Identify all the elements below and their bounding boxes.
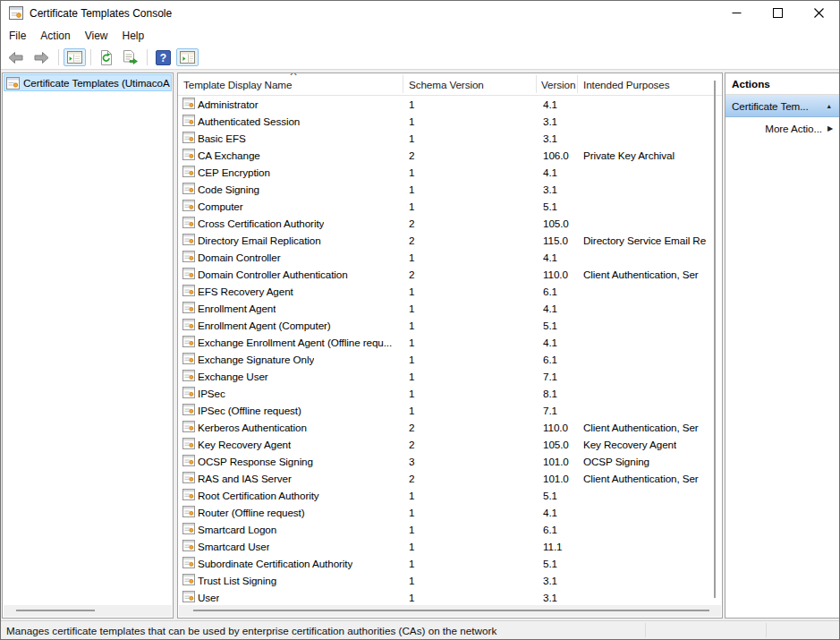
window-controls [716, 1, 839, 25]
template-row[interactable]: RAS and IAS Server 2 101.0 Client Authen… [178, 470, 722, 487]
cell-template-display-name: Subordinate Certification Authority [198, 558, 352, 569]
column-divider[interactable] [577, 75, 578, 93]
template-row[interactable]: EFS Recovery Agent 1 6.1 [178, 283, 722, 300]
cell-template-display-name: Enrollment Agent [198, 303, 276, 314]
cell-schema-version: 1 [409, 183, 414, 195]
template-row[interactable]: Trust List Signing 1 3.1 [178, 572, 722, 589]
tree-horizontal-scrollbar[interactable] [4, 605, 172, 617]
cell-template-display-name: EFS Recovery Agent [198, 286, 293, 297]
console-window-icon [9, 6, 23, 20]
template-row[interactable]: User 1 3.1 [178, 589, 722, 606]
list-vertical-scrollbar[interactable] [714, 81, 716, 598]
template-row[interactable]: Basic EFS 1 3.1 [178, 130, 722, 147]
back-button[interactable] [4, 47, 28, 68]
menu-help[interactable]: Help [115, 27, 152, 45]
certificate-template-icon [182, 115, 195, 126]
template-row[interactable]: Enrollment Agent (Computer) 1 5.1 [178, 317, 722, 334]
cell-schema-version: 1 [409, 132, 414, 144]
help-button[interactable]: ? [152, 47, 174, 68]
template-row[interactable]: CA Exchange 2 106.0 Private Key Archival [178, 147, 722, 164]
template-row[interactable]: Smartcard Logon 1 6.1 [178, 521, 722, 538]
forward-button[interactable] [30, 47, 54, 68]
template-row[interactable]: Root Certification Authority 1 5.1 [178, 487, 722, 504]
maximize-button[interactable] [757, 1, 798, 25]
cell-template-display-name: IPSec (Offline request) [198, 405, 301, 416]
certificate-template-icon [182, 217, 195, 228]
template-row[interactable]: Cross Certification Authority 2 105.0 [178, 215, 722, 232]
refresh-button[interactable] [96, 47, 117, 68]
cell-schema-version: 3 [409, 456, 414, 467]
scrollbar-thumb[interactable] [16, 610, 95, 611]
certificate-template-icon [182, 455, 195, 466]
template-row[interactable]: Administrator 1 4.1 [178, 96, 722, 113]
column-header-intended-purposes[interactable]: Intended Purposes [583, 79, 669, 90]
template-row[interactable]: Kerberos Authentication 2 110.0 Client A… [178, 419, 722, 436]
cell-version: 3.1 [543, 592, 557, 603]
more-actions-item[interactable]: More Actio... ▶ [725, 117, 839, 139]
cell-template-display-name: Enrollment Agent (Computer) [198, 320, 331, 331]
template-row[interactable]: Code Signing 1 3.1 [178, 181, 722, 198]
template-row[interactable]: Key Recovery Agent 2 105.0 Key Recovery … [178, 436, 722, 453]
list-horizontal-scrollbar[interactable] [179, 605, 721, 617]
column-header-template-display-name[interactable]: Template Display Name [183, 79, 292, 90]
column-header-version[interactable]: Version [541, 79, 575, 90]
template-row[interactable]: IPSec (Offline request) 1 7.1 [178, 402, 722, 419]
template-row[interactable]: Computer 1 5.1 [178, 198, 722, 215]
menu-file[interactable]: File [2, 27, 33, 45]
export-list-button[interactable] [119, 47, 142, 68]
minimize-button[interactable] [716, 1, 757, 25]
certificate-template-icon [182, 200, 195, 211]
toolbar-separator [90, 49, 91, 65]
cell-schema-version: 1 [409, 115, 414, 127]
tree-item-label: Certificate Templates (UtimacoA [23, 77, 170, 89]
template-row[interactable]: Domain Controller 1 4.1 [178, 249, 722, 266]
scrollbar-thumb[interactable] [193, 610, 709, 611]
show-action-pane-button[interactable] [176, 48, 199, 66]
column-divider[interactable] [536, 75, 537, 93]
template-row[interactable]: Subordinate Certification Authority 1 5.… [178, 555, 722, 572]
cell-version: 3.1 [543, 132, 557, 144]
cell-template-display-name: Trust List Signing [198, 575, 276, 586]
template-row[interactable]: Exchange User 1 7.1 [178, 368, 722, 385]
cell-schema-version: 1 [409, 507, 414, 518]
template-row[interactable]: Directory Email Replication 2 115.0 Dire… [178, 232, 722, 249]
certificate-template-icon [182, 591, 195, 602]
cell-intended-purposes: Client Authentication, Ser [583, 422, 699, 433]
cell-schema-version: 2 [409, 473, 414, 484]
template-row[interactable]: CEP Encryption 1 4.1 [178, 164, 722, 181]
tree-item-certificate-templates[interactable]: Certificate Templates (UtimacoA [4, 74, 172, 91]
template-row[interactable]: Smartcard User 1 11.1 [178, 538, 722, 555]
toolbar-separator [147, 49, 148, 65]
collapse-icon[interactable]: ▲ [826, 103, 832, 109]
column-divider[interactable] [403, 75, 403, 93]
arrow-left-icon [7, 50, 24, 65]
template-row[interactable]: OCSP Response Signing 3 101.0 OCSP Signi… [178, 453, 722, 470]
menu-action[interactable]: Action [33, 27, 77, 45]
certificate-template-icon [182, 285, 195, 296]
template-row[interactable]: IPSec 1 8.1 [178, 385, 722, 402]
cell-schema-version: 1 [409, 354, 414, 365]
cell-schema-version: 1 [409, 592, 414, 603]
template-row[interactable]: Exchange Signature Only 1 6.1 [178, 351, 722, 368]
cell-template-display-name: Authenticated Session [198, 115, 300, 127]
close-button[interactable] [798, 1, 839, 25]
cell-template-display-name: Domain Controller Authentication [198, 269, 348, 280]
menu-view[interactable]: View [78, 27, 115, 45]
actions-group-certificate-templates[interactable]: Certificate Tem... ▲ [725, 95, 839, 117]
show-console-tree-button[interactable] [64, 48, 86, 66]
cell-version: 8.1 [543, 388, 557, 399]
cell-version: 106.0 [543, 149, 569, 161]
cell-schema-version: 2 [409, 422, 414, 433]
template-row[interactable]: Exchange Enrollment Agent (Offline requ.… [178, 334, 722, 351]
template-row[interactable]: Domain Controller Authentication 2 110.0… [178, 266, 722, 283]
cell-version: 4.1 [543, 303, 557, 314]
actions-pane: Actions Certificate Tem... ▲ More Actio.… [725, 73, 840, 619]
template-row[interactable]: Enrollment Agent 1 4.1 [178, 300, 722, 317]
certificate-template-icon [182, 540, 195, 551]
template-row[interactable]: Authenticated Session 1 3.1 [178, 113, 722, 130]
certificate-template-icon [182, 574, 195, 585]
certificate-template-icon [182, 98, 195, 109]
column-header-schema-version[interactable]: Schema Version [409, 79, 484, 90]
toolbar-separator [58, 49, 59, 65]
template-row[interactable]: Router (Offline request) 1 4.1 [178, 504, 722, 521]
